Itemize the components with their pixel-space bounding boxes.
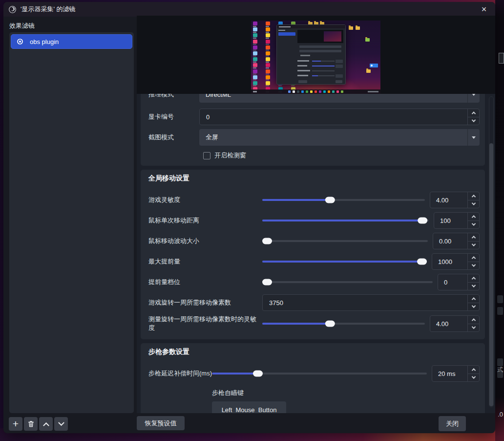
setting-label: 游戏灵敏度 [145, 196, 262, 204]
slider[interactable] [262, 257, 427, 266]
setting-row: 推理模式 DirectML [145, 94, 480, 103]
slider-track [262, 220, 429, 221]
slider[interactable] [262, 319, 425, 329]
spin-up-button[interactable] [468, 192, 479, 200]
slider[interactable] [262, 195, 425, 205]
filters-dialog: '显示器采集' 的滤镜 × 效果滤镜 obs plugin [3, 2, 495, 433]
slider[interactable] [212, 369, 427, 378]
chevron-down-icon [472, 94, 476, 96]
slider-handle[interactable] [325, 321, 335, 327]
setting-label: 步枪延迟补偿时间(ms) [145, 369, 212, 378]
settings-scroll-area[interactable]: 推理模式 DirectML 显卡编号 0 截图模式 [137, 94, 495, 413]
folder-icon [365, 38, 370, 42]
spin-down-button[interactable] [468, 282, 479, 290]
setting-label: 鼠标移动波动大小 [145, 237, 262, 245]
slider-handle[interactable] [253, 371, 263, 377]
dropdown-value: DirectML [199, 94, 467, 98]
slider-handle[interactable] [262, 279, 272, 286]
trash-icon [27, 420, 35, 428]
spin-down-button[interactable] [468, 241, 479, 249]
value-spinbox[interactable]: 0 [438, 274, 480, 290]
spin-up-button[interactable] [468, 254, 479, 262]
capture-mode-dropdown[interactable]: 全屏 [199, 129, 480, 146]
rifle-aim-key-button[interactable]: Left_Mouse_Button [212, 401, 286, 413]
spin-value: 4.00 [430, 316, 467, 331]
setting-row: 步枪延迟补偿时间(ms)20 ms [145, 365, 480, 382]
number-value: 0 [200, 109, 467, 125]
spin-up-button[interactable] [468, 213, 479, 220]
preview-nested-dialog [276, 24, 346, 85]
value-spinbox[interactable]: 20 ms [432, 365, 480, 382]
slider-handle[interactable] [417, 259, 427, 265]
dropdown-arrow-zone[interactable] [467, 94, 480, 103]
slider[interactable] [262, 277, 433, 287]
filter-item-obs-plugin[interactable]: obs plugin [11, 34, 132, 49]
value-spinbox[interactable]: 0.00 [433, 233, 480, 249]
spin-up-button[interactable] [468, 366, 479, 374]
background-window-fragment [497, 295, 503, 303]
scrollbar-thumb[interactable] [489, 143, 493, 406]
remove-filter-button[interactable] [24, 417, 38, 431]
dialog-titlebar[interactable]: '显示器采集' 的滤镜 × [3, 2, 495, 17]
slider-track [212, 373, 427, 375]
rifle-aim-key-label: 步枪自瞄键 [212, 389, 480, 397]
filter-list[interactable]: obs plugin [9, 32, 134, 413]
spin-down-button[interactable] [468, 374, 479, 382]
dropdown-value: 全屏 [199, 133, 467, 142]
value-spinbox[interactable]: 100 [434, 212, 480, 229]
number-input[interactable]: 3750 [262, 294, 480, 311]
spin-up-button[interactable] [468, 109, 479, 117]
spin-down-button[interactable] [468, 324, 479, 332]
slider-handle[interactable] [325, 197, 335, 203]
spin-value: 20 ms [432, 366, 467, 381]
setting-label: 鼠标单次移动距离 [145, 216, 262, 225]
spin-value: 4.00 [430, 192, 467, 208]
close-button[interactable]: 关闭 [439, 416, 466, 431]
setting-label: 测量旋转一周所需移动像素数时的灵敏度 [145, 315, 262, 332]
obs-logo-icon [8, 5, 17, 14]
setting-row: 鼠标单次移动距离100 [145, 212, 480, 229]
spin-up-button[interactable] [468, 233, 479, 241]
notification-thumbnail [370, 64, 378, 67]
spin-up-button[interactable] [468, 316, 479, 324]
spin-down-button[interactable] [468, 200, 479, 208]
spin-value: 100 [434, 213, 467, 228]
spin-up-button[interactable] [468, 295, 479, 303]
setting-row: 鼠标移动波动大小0.00 [145, 233, 480, 249]
slider-track [262, 281, 433, 283]
visibility-eye-icon[interactable] [16, 39, 24, 44]
global-move-settings-card: 全局移动设置 游戏灵敏度4.00鼠标单次移动距离100鼠标移动波动大小0.00最… [141, 170, 485, 339]
setting-label: 游戏旋转一周所需移动像素数 [145, 298, 262, 307]
setting-row: 游戏灵敏度4.00 [145, 192, 480, 208]
move-filter-up-button[interactable] [39, 417, 53, 431]
spin-value: 0.00 [433, 233, 467, 249]
background-window-fragment [497, 307, 503, 315]
value-spinbox[interactable]: 1000 [432, 253, 480, 270]
detection-window-checkbox[interactable] [203, 152, 210, 159]
spin-down-button[interactable] [468, 220, 479, 229]
spin-down-button[interactable] [468, 303, 479, 311]
inference-mode-dropdown[interactable]: DirectML [199, 94, 480, 103]
value-spinbox[interactable]: 4.00 [430, 192, 480, 208]
slider[interactable] [262, 216, 429, 225]
slider-handle[interactable] [418, 218, 427, 224]
filter-preview-image [251, 21, 380, 94]
slider-handle[interactable] [262, 238, 272, 244]
chevron-down-icon [58, 419, 64, 426]
spin-down-button[interactable] [468, 262, 479, 270]
setting-row: 截图模式 全屏 [145, 129, 480, 146]
slider[interactable] [262, 236, 428, 246]
move-filter-down-button[interactable] [54, 417, 68, 431]
restore-defaults-button[interactable]: 恢复预设值 [137, 416, 185, 430]
slider-track [262, 199, 425, 201]
spin-down-button[interactable] [468, 117, 479, 125]
capture-settings-card: 推理模式 DirectML 显卡编号 0 截图模式 [141, 94, 485, 166]
add-filter-button[interactable]: + [9, 417, 22, 431]
spin-up-button[interactable] [468, 274, 479, 282]
dropdown-arrow-zone[interactable] [467, 129, 480, 146]
gpu-index-input[interactable]: 0 [199, 109, 480, 125]
section-heading: 步枪参数设置 [148, 348, 480, 356]
value-spinbox[interactable]: 4.00 [430, 315, 480, 332]
close-icon[interactable]: × [478, 4, 490, 15]
filter-list-toolbar: + [9, 417, 68, 431]
